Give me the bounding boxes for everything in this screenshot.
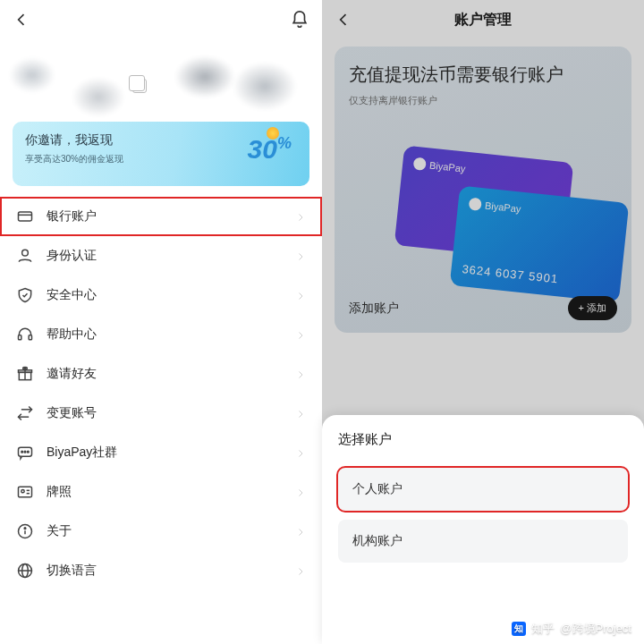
swap-icon	[16, 404, 34, 422]
svg-point-11	[21, 451, 23, 453]
chevron-right-icon	[295, 211, 306, 222]
svg-point-20	[24, 528, 26, 530]
banner-percent: 30%	[248, 134, 292, 165]
card-icon	[16, 208, 34, 225]
menu-item-security[interactable]: 安全中心	[0, 275, 322, 315]
menu-label: 安全中心	[47, 287, 97, 303]
option-org[interactable]: 机构账户	[338, 520, 628, 563]
menu-label: 银行账户	[47, 208, 97, 225]
menu-item-identity[interactable]: 身份认证	[0, 236, 322, 275]
svg-point-13	[28, 451, 30, 453]
copy-icon[interactable]	[132, 79, 147, 93]
chevron-right-icon	[295, 565, 306, 576]
left-header	[0, 0, 322, 39]
globe-icon	[16, 562, 34, 580]
menu-item-bank[interactable]: 银行账户	[0, 197, 322, 236]
chevron-right-icon	[295, 329, 306, 340]
settings-screen: 你邀请，我返现 享受高达30%的佣金返现 30% 银行账户 身份认证 安全中心 …	[0, 0, 322, 644]
menu-label: 牌照	[47, 484, 72, 500]
option-personal[interactable]: 个人账户	[338, 468, 628, 511]
svg-rect-0	[19, 212, 32, 221]
card-illustration-blue: BiyaPay 3624 6037 5901	[450, 185, 630, 302]
profile-area	[0, 39, 322, 118]
option-label: 个人账户	[352, 481, 402, 497]
select-account-sheet: 选择账户 个人账户 机构账户	[322, 415, 644, 644]
id-icon	[16, 483, 34, 501]
account-management-screen: 账户管理 充值提现法币需要银行账户 仅支持离岸银行账户 BiyaPay Biya…	[322, 0, 644, 644]
account-banner: 充值提现法币需要银行账户 仅支持离岸银行账户 BiyaPay BiyaPay 3…	[335, 47, 631, 333]
menu-item-help[interactable]: 帮助中心	[0, 315, 322, 354]
add-account-row: 添加账户 + 添加	[349, 296, 617, 320]
menu-item-about[interactable]: 关于	[0, 512, 322, 551]
back-icon[interactable]	[335, 11, 352, 29]
settings-menu: 银行账户 身份认证 安全中心 帮助中心 邀请好友 变更账号	[0, 197, 322, 590]
invite-banner[interactable]: 你邀请，我返现 享受高达30%的佣金返现 30%	[13, 122, 309, 186]
menu-label: 身份认证	[47, 248, 97, 264]
watermark: 知 知乎 @跨境Project	[512, 621, 631, 637]
chevron-right-icon	[295, 369, 306, 379]
svg-rect-3	[19, 335, 21, 340]
menu-item-community[interactable]: BiyaPay社群	[0, 433, 322, 472]
add-button[interactable]: + 添加	[568, 296, 617, 320]
svg-point-12	[24, 451, 26, 453]
person-icon	[16, 247, 34, 265]
menu-item-license[interactable]: 牌照	[0, 472, 322, 512]
chevron-right-icon	[295, 487, 306, 497]
menu-label: 帮助中心	[47, 326, 97, 343]
gift-icon	[16, 365, 34, 383]
menu-label: BiyaPay社群	[47, 445, 117, 461]
shield-icon	[16, 286, 34, 304]
svg-rect-4	[29, 335, 31, 340]
chevron-right-icon	[295, 290, 306, 301]
banner-title: 充值提现法币需要银行账户	[349, 63, 617, 87]
bell-icon[interactable]	[290, 10, 309, 30]
option-label: 机构账户	[352, 533, 402, 549]
menu-item-language[interactable]: 切换语言	[0, 551, 322, 590]
card-number: 3624 6037 5901	[462, 262, 559, 285]
back-icon[interactable]	[13, 11, 30, 29]
menu-label: 邀请好友	[47, 366, 97, 382]
sheet-title: 选择账户	[322, 431, 644, 459]
headset-icon	[16, 326, 34, 343]
chevron-right-icon	[295, 526, 306, 537]
menu-label: 关于	[47, 523, 72, 539]
zhihu-icon: 知	[512, 622, 526, 636]
chevron-right-icon	[295, 447, 306, 458]
menu-item-invite[interactable]: 邀请好友	[0, 354, 322, 394]
chevron-right-icon	[295, 408, 306, 419]
right-header: 账户管理	[322, 0, 644, 39]
svg-rect-14	[19, 487, 32, 497]
banner-subtitle: 仅支持离岸银行账户	[349, 94, 617, 107]
menu-label: 变更账号	[47, 405, 97, 421]
svg-point-15	[21, 490, 24, 493]
svg-point-2	[22, 250, 29, 256]
add-account-label: 添加账户	[349, 301, 399, 317]
menu-item-switch[interactable]: 变更账号	[0, 394, 322, 433]
chat-icon	[16, 444, 34, 462]
menu-label: 切换语言	[47, 563, 97, 579]
info-icon	[16, 522, 34, 540]
chevron-right-icon	[295, 250, 306, 261]
page-title: 账户管理	[454, 11, 512, 30]
